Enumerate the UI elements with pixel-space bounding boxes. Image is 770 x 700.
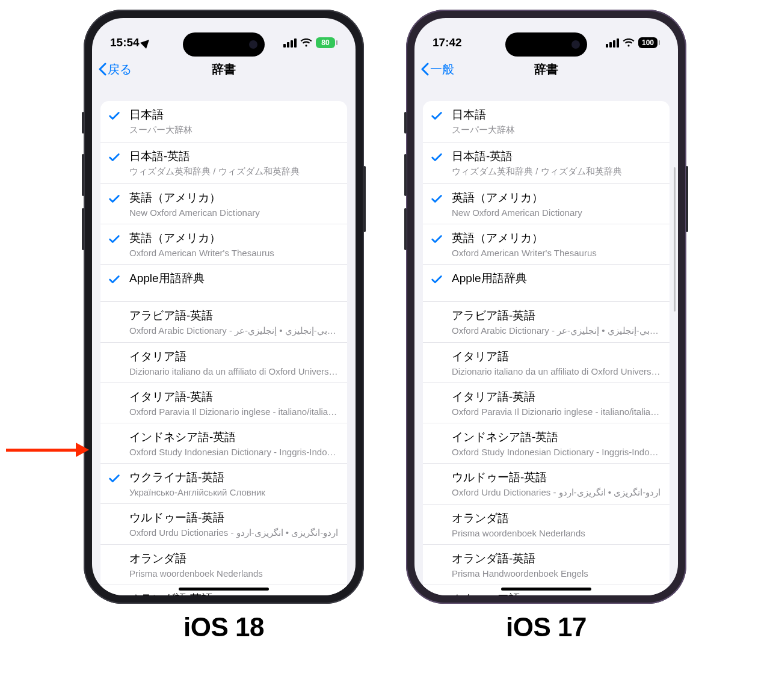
dictionary-row[interactable]: ウクライナ語-英語Українсько-Англійський Словник	[100, 463, 347, 503]
dictionary-row[interactable]: 英語（アメリカ）Oxford American Writer's Thesaur…	[423, 224, 670, 264]
dictionary-row[interactable]: イタリア語Dizionario italiano da un affiliato…	[100, 342, 347, 382]
dictionary-row[interactable]: 英語（アメリカ）Oxford American Writer's Thesaur…	[100, 224, 347, 264]
dictionary-title: 英語（アメリカ）	[452, 190, 661, 206]
back-label: 戻る	[108, 61, 132, 78]
dictionary-row[interactable]: 日本語-英語ウィズダム英和辞典 / ウィズダム和英辞典	[100, 142, 347, 183]
dictionary-subtitle: Oxford Study Indonesian Dictionary - Ing…	[129, 447, 339, 457]
dictionary-subtitle: Prisma woordenboek Nederlands	[129, 568, 339, 579]
dictionary-title: 英語（アメリカ）	[129, 190, 339, 206]
dictionary-subtitle: Oxford Paravia Il Dizionario inglese - i…	[452, 407, 661, 417]
dictionary-row[interactable]: Apple用語辞典	[100, 264, 347, 301]
wifi-icon	[300, 38, 312, 48]
dictionary-subtitle: Oxford Urdu Dictionaries - اردو-انگریزی …	[129, 527, 339, 538]
dictionary-subtitle: Oxford Arabic Dictionary - عربي-إنجليزي …	[129, 325, 339, 336]
dictionary-title: 英語（アメリカ）	[129, 230, 339, 246]
dictionary-subtitle: Українсько-Англійський Словник	[129, 487, 339, 497]
dictionary-title: カタロニア語	[452, 591, 661, 595]
checkmark-icon	[430, 107, 452, 125]
dictionary-title: インドネシア語-英語	[452, 429, 661, 445]
back-button[interactable]: 戻る	[98, 61, 132, 78]
nav-bar: 戻る 辞書	[92, 55, 356, 83]
side-button	[82, 112, 84, 134]
checkmark-icon	[108, 149, 129, 167]
dictionary-subtitle: Oxford Urdu Dictionaries - اردو-انگریزی …	[452, 487, 661, 498]
dynamic-island	[505, 32, 587, 57]
dictionary-title: アラビア語-英語	[129, 308, 339, 324]
battery-indicator: 100	[638, 37, 660, 48]
dictionary-title: ウクライナ語-英語	[129, 470, 339, 485]
dictionary-row[interactable]: アラビア語-英語Oxford Arabic Dictionary - عربي-…	[423, 301, 670, 342]
dictionary-row[interactable]: イタリア語-英語Oxford Paravia Il Dizionario ing…	[423, 382, 670, 423]
checkmark-icon	[430, 271, 452, 289]
dictionary-title: オランダ語	[129, 551, 339, 566]
dictionary-row[interactable]: ウルドゥー語-英語Oxford Urdu Dictionaries - اردو…	[423, 463, 670, 504]
dictionary-row[interactable]: アラビア語-英語Oxford Arabic Dictionary - عربي-…	[100, 301, 347, 342]
dictionary-title: 日本語-英語	[129, 149, 339, 164]
dictionary-row[interactable]: オランダ語-英語Prisma Handwoordenboek Engels	[423, 544, 670, 585]
dynamic-island	[183, 32, 265, 57]
battery-percent: 80	[321, 38, 329, 47]
dictionary-subtitle: Dizionario italiano da un affiliato di O…	[452, 366, 661, 376]
dictionary-title: 日本語	[129, 107, 339, 123]
dictionary-row[interactable]: 日本語スーパー大辞林	[100, 101, 347, 142]
page-title: 辞書	[534, 61, 558, 78]
dictionary-subtitle: Oxford Arabic Dictionary - عربي-إنجليزي …	[452, 325, 661, 336]
dictionary-title: オランダ語-英語	[452, 551, 661, 566]
dictionary-subtitle: スーパー大辞林	[452, 124, 661, 136]
scroll-indicator[interactable]	[674, 167, 676, 312]
side-button	[404, 154, 407, 196]
checkmark-icon	[108, 107, 129, 125]
status-time: 15:54	[110, 36, 140, 49]
dictionary-row[interactable]: 英語（アメリカ）New Oxford American Dictionary	[423, 183, 670, 224]
side-button	[404, 208, 407, 250]
dictionary-title: イタリア語	[129, 349, 339, 364]
dictionary-row[interactable]: イタリア語-英語Oxford Paravia Il Dizionario ing…	[100, 382, 347, 423]
battery-percent: 100	[642, 38, 654, 47]
dictionary-title: イタリア語	[452, 349, 661, 364]
dictionary-title: ウルドゥー語-英語	[129, 510, 339, 526]
dictionary-subtitle: New Oxford American Dictionary	[129, 207, 339, 218]
nav-bar: 一般 辞書	[414, 55, 678, 83]
home-indicator[interactable]	[179, 588, 269, 591]
back-button[interactable]: 一般	[420, 61, 454, 78]
dictionary-list[interactable]: 日本語スーパー大辞林日本語-英語ウィズダム英和辞典 / ウィズダム和英辞典英語（…	[423, 101, 670, 595]
side-button	[404, 112, 407, 134]
dictionary-row[interactable]: インドネシア語-英語Oxford Study Indonesian Dictio…	[423, 423, 670, 463]
dictionary-row[interactable]: 日本語-英語ウィズダム英和辞典 / ウィズダム和英辞典	[423, 142, 670, 183]
checkmark-icon	[108, 190, 129, 208]
dictionary-subtitle: Prisma woordenboek Nederlands	[452, 528, 661, 538]
dictionary-subtitle: ウィズダム英和辞典 / ウィズダム和英辞典	[452, 166, 661, 177]
checkmark-icon	[430, 190, 452, 208]
wifi-icon	[623, 38, 635, 48]
side-button	[686, 166, 688, 232]
dictionary-title: ウルドゥー語-英語	[452, 470, 661, 485]
dictionary-row[interactable]: インドネシア語-英語Oxford Study Indonesian Dictio…	[100, 423, 347, 463]
dictionary-title: 英語（アメリカ）	[452, 230, 661, 246]
page-title: 辞書	[212, 61, 236, 78]
dictionary-title: イタリア語-英語	[129, 389, 339, 405]
dictionary-row[interactable]: ウルドゥー語-英語Oxford Urdu Dictionaries - اردو…	[100, 503, 347, 544]
dictionary-title: 日本語-英語	[452, 149, 661, 164]
cellular-signal-icon	[283, 38, 297, 48]
phone-ios17: 17:42 100	[406, 10, 686, 642]
dictionary-subtitle: Prisma Handwoordenboek Engels	[452, 568, 661, 579]
dictionary-title: アラビア語-英語	[452, 308, 661, 324]
dictionary-title: Apple用語辞典	[452, 271, 661, 286]
dictionary-row[interactable]: オランダ語Prisma woordenboek Nederlands	[423, 504, 670, 544]
dictionary-row[interactable]: オランダ語Prisma woordenboek Nederlands	[100, 544, 347, 585]
home-indicator[interactable]	[501, 588, 591, 591]
dictionary-title: 日本語	[452, 107, 661, 123]
dictionary-row[interactable]: 英語（アメリカ）New Oxford American Dictionary	[100, 183, 347, 224]
cellular-signal-icon	[606, 38, 619, 48]
back-label: 一般	[430, 61, 454, 78]
checkmark-icon	[108, 271, 129, 289]
dictionary-subtitle: ウィズダム英和辞典 / ウィズダム和英辞典	[129, 166, 339, 177]
dictionary-row[interactable]: イタリア語Dizionario italiano da un affiliato…	[423, 342, 670, 382]
dictionary-row[interactable]: Apple用語辞典	[423, 264, 670, 301]
dictionary-title: イタリア語-英語	[452, 389, 661, 405]
dictionary-subtitle: スーパー大辞林	[129, 124, 339, 136]
dictionary-list[interactable]: 日本語スーパー大辞林日本語-英語ウィズダム英和辞典 / ウィズダム和英辞典英語（…	[100, 101, 347, 595]
checkmark-icon	[108, 230, 129, 248]
phone-ios18: 15:54 80	[84, 10, 364, 642]
dictionary-row[interactable]: 日本語スーパー大辞林	[423, 101, 670, 142]
